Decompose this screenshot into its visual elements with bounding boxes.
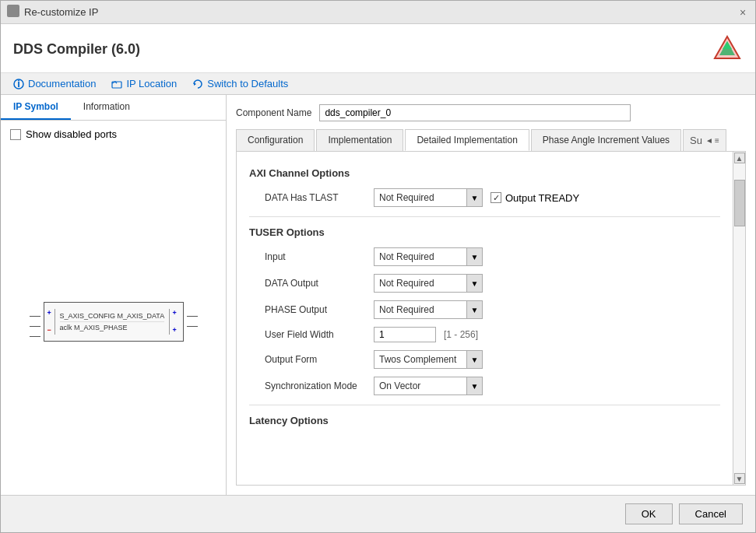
sync-mode-dropdown[interactable]: On Vector ▼ [374,377,483,395]
data-has-tlast-dropdown[interactable]: Not Required ▼ [374,188,483,207]
ok-button[interactable]: OK [625,503,673,524]
user-field-width-hint: [1 - 256] [444,329,478,340]
tab-implementation[interactable]: Implementation [316,129,403,151]
tab-su[interactable]: Su ◄ ≡ [683,129,726,151]
right-port-indicators: + + [169,309,177,335]
right-content: AXI Channel Options DATA Has TLAST Not R… [236,152,746,486]
data-output-dropdown[interactable]: Not Required ▼ [374,274,483,293]
phase-output-dropdown[interactable]: Not Required ▼ [374,300,483,319]
ip-block-container: + − S_AXIS_CONFIG M_AXIS_DATA aclk M_AXI… [44,302,184,342]
info-icon: i [13,79,24,89]
left-port-indicators: + − [47,309,55,335]
tab-detailed-implementation[interactable]: Detailed Implementation [405,129,529,151]
folder-icon [111,79,122,89]
port-plus-3: + [173,326,177,334]
cancel-button[interactable]: Cancel [679,503,743,524]
documentation-label: Documentation [28,78,96,89]
input-row: Input Not Required ▼ [249,247,720,266]
data-output-row: DATA Output Not Required ▼ [249,274,720,293]
axi-divider [249,216,720,217]
component-name-row: Component Name [236,104,746,121]
tab-phase-angle[interactable]: Phase Angle Increment Values [531,129,681,151]
port-plus-1: + [47,309,52,317]
phase-output-arrow[interactable]: ▼ [466,301,482,318]
title-bar: Re-customize IP × [1,1,755,24]
svg-text:i: i [17,79,20,89]
sync-mode-row: Synchronization Mode On Vector ▼ [249,377,720,395]
port-labels: S_AXIS_CONFIG M_AXIS_DATA aclk M_AXIS_PH… [55,309,170,335]
scrollbar-thumb[interactable] [734,180,745,226]
phase-output-row: PHASE Output Not Required ▼ [249,300,720,319]
close-button[interactable]: × [737,6,749,19]
window-title: Re-customize IP [24,6,98,18]
scroll-down-button[interactable]: ▼ [734,473,745,484]
ip-location-button[interactable]: IP Location [111,78,177,89]
output-form-value: Twos Complement [374,354,466,365]
left-panel: IP Symbol Information Show disabled port… [1,95,227,495]
data-output-value: Not Required [374,278,466,289]
port-label-1: S_AXIS_CONFIG M_AXIS_DATA [60,310,165,322]
tuser-section-title: TUSER Options [249,226,720,238]
right-scroll-area[interactable]: AXI Channel Options DATA Has TLAST Not R… [237,152,733,485]
input-value: Not Required [374,251,466,262]
right-conn-1 [187,316,198,317]
data-output-arrow[interactable]: ▼ [466,275,482,292]
ip-symbol-canvas: + − S_AXIS_CONFIG M_AXIS_DATA aclk M_AXI… [1,148,226,495]
data-has-tlast-row: DATA Has TLAST Not Required ▼ Output TRE… [249,188,720,207]
output-form-row: Output Form Twos Complement ▼ [249,350,720,369]
phase-output-value: Not Required [374,304,466,315]
output-form-dropdown[interactable]: Twos Complement ▼ [374,350,483,369]
sync-mode-value: On Vector [374,380,466,391]
user-field-width-input[interactable] [374,327,436,342]
component-name-input[interactable] [319,104,631,121]
main-content: IP Symbol Information Show disabled port… [1,95,755,495]
left-connector-1 [30,316,40,317]
show-disabled-checkbox[interactable] [10,129,21,140]
output-form-arrow[interactable]: ▼ [466,351,482,368]
left-connector-3 [30,336,40,337]
app-title: DDS Compiler (6.0) [13,41,140,58]
switch-defaults-label: Switch to Defaults [207,78,288,89]
tab-ip-symbol[interactable]: IP Symbol [1,95,71,120]
scroll-up-button[interactable]: ▲ [734,153,745,163]
sync-mode-arrow[interactable]: ▼ [466,377,482,394]
input-dropdown[interactable]: Not Required ▼ [374,247,483,266]
phase-output-label: PHASE Output [249,304,374,315]
tab-prev-icon: ◄ [705,136,713,145]
header: DDS Compiler (6.0) [1,24,755,73]
right-panel: Component Name Configuration Implementat… [227,95,755,495]
switch-defaults-button[interactable]: Switch to Defaults [192,78,288,89]
toolbar: i Documentation IP Location Switch to De… [1,73,755,95]
output-tready-group: Output TREADY [491,192,579,204]
port-minus-1: − [47,326,52,334]
data-has-tlast-label: DATA Has TLAST [249,192,374,203]
output-form-label: Output Form [249,354,374,365]
user-field-width-label: User Field Width [249,329,374,340]
component-name-label: Component Name [236,107,311,118]
refresh-icon [192,79,203,89]
tab-menu-icon: ≡ [715,136,719,145]
output-tready-checkbox[interactable] [491,192,501,203]
ip-location-label: IP Location [126,78,177,89]
data-has-tlast-arrow[interactable]: ▼ [466,189,482,206]
left-connectors [30,316,40,337]
tab-configuration[interactable]: Configuration [236,129,315,151]
port-label-2: aclk M_AXIS_PHASE [60,322,165,333]
ip-block: + − S_AXIS_CONFIG M_AXIS_DATA aclk M_AXI… [44,302,184,342]
right-tabs: Configuration Implementation Detailed Im… [236,129,746,152]
left-connector-2 [30,326,40,327]
right-conn-2 [187,326,198,327]
latency-section-title: Latency Options [249,415,720,426]
axi-section-title: AXI Channel Options [249,167,720,179]
input-arrow[interactable]: ▼ [466,248,482,265]
sync-mode-label: Synchronization Mode [249,380,374,391]
footer: OK Cancel [1,495,755,532]
svg-rect-0 [7,5,19,17]
data-has-tlast-value: Not Required [374,192,466,203]
documentation-button[interactable]: i Documentation [13,78,96,89]
tab-information[interactable]: Information [71,95,142,120]
show-disabled-label: Show disabled ports [26,128,117,140]
scrollbar-track: ▲ ▼ [733,152,745,485]
main-window: Re-customize IP × DDS Compiler (6.0) i D… [0,0,756,533]
input-label: Input [249,251,374,262]
